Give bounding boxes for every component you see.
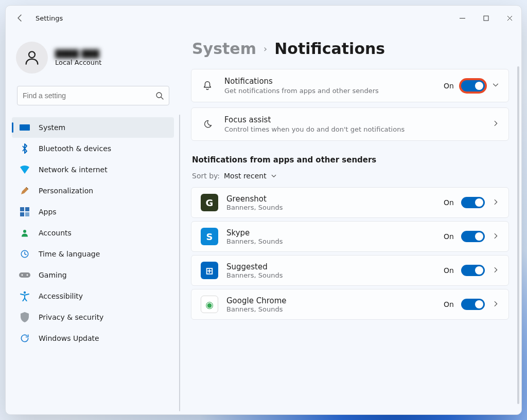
app-row[interactable]: SSkypeBanners, SoundsOn [191,221,509,252]
gaming-icon [19,269,30,281]
app-list: GGreenshotBanners, SoundsOnSSkypeBanners… [191,187,509,320]
person-icon [23,49,41,66]
sidebar-item-label: Personalization [39,187,93,195]
app-row[interactable]: ◉Google ChromeBanners, SoundsOn [191,289,509,320]
main-panel: System › Notifications Notifications Get… [181,30,521,414]
notifications-state: On [444,82,454,90]
sidebar-item-accounts[interactable]: Accounts [12,223,174,243]
sidebar-item-network[interactable]: Network & internet [12,159,174,180]
search-box[interactable] [17,86,169,105]
sort-by-label: Sort by: [192,172,220,180]
svg-rect-3 [20,124,30,131]
minimize-button[interactable] [450,6,474,30]
sidebar-item-time[interactable]: Time & language [12,244,174,264]
app-icon: ◉ [201,296,218,313]
sidebar: ████ ███ Local Account SystemBluetooth &… [6,30,181,414]
sidebar-item-update[interactable]: Windows Update [12,328,174,349]
arrow-left-icon [16,14,24,22]
app-name: Google Chrome [226,296,444,305]
section-title: Notifications from apps and other sender… [192,155,509,165]
scrollbar[interactable] [517,66,519,404]
focus-subtitle: Control times when you do and don't get … [224,125,492,133]
chevron-right-icon[interactable] [492,266,499,276]
sidebar-item-privacy[interactable]: Privacy & security [12,307,174,327]
update-icon [19,333,30,344]
chevron-right-icon[interactable] [492,232,499,242]
sidebar-item-label: Accessibility [39,292,83,300]
app-icon: S [201,228,218,245]
app-toggle[interactable] [461,299,485,310]
breadcrumb-parent[interactable]: System [192,40,256,58]
profile-account-type: Local Account [55,59,101,66]
system-icon [19,122,30,133]
app-row[interactable]: ⊞SuggestedBanners, SoundsOn [191,255,509,286]
app-sub: Banners, Sounds [226,271,444,279]
time-icon [19,248,30,260]
sidebar-item-accessibility[interactable]: Accessibility [12,286,174,306]
sidebar-item-label: Windows Update [39,334,99,342]
app-sub: Banners, Sounds [226,305,444,313]
close-button[interactable] [498,6,521,30]
svg-rect-0 [484,16,488,21]
app-state: On [444,300,454,308]
moon-icon [201,118,214,131]
maximize-button[interactable] [474,6,498,30]
svg-point-13 [24,291,26,294]
minimize-icon [460,15,465,21]
app-row[interactable]: GGreenshotBanners, SoundsOn [191,187,509,218]
settings-window: Settings ████ ███ Local Account [5,5,522,415]
personalization-icon [19,185,30,196]
sort-by[interactable]: Sort by: Most recent [192,172,509,180]
notifications-toggle[interactable] [461,80,485,92]
app-sub: Banners, Sounds [226,238,444,245]
profile-text: ████ ███ Local Account [55,49,101,66]
app-state: On [444,266,454,275]
sidebar-item-apps[interactable]: Apps [12,202,174,222]
sidebar-item-label: Time & language [39,250,100,258]
nav: SystemBluetooth & devicesNetwork & inter… [6,112,181,414]
sidebar-item-bluetooth[interactable]: Bluetooth & devices [12,138,174,159]
chevron-down-icon[interactable] [492,81,499,90]
profile-name: ████ ███ [55,49,101,59]
back-button[interactable] [15,13,25,23]
svg-rect-5 [25,207,29,211]
network-icon [19,164,30,175]
sidebar-item-label: System [39,123,65,132]
content-area: ████ ███ Local Account SystemBluetooth &… [6,30,521,414]
sidebar-item-label: Gaming [39,271,67,279]
accounts-icon [19,227,30,239]
profile-block[interactable]: ████ ███ Local Account [6,34,181,84]
app-name: Suggested [226,262,444,271]
svg-point-8 [23,230,26,233]
app-toggle[interactable] [461,231,485,242]
focus-assist-card[interactable]: Focus assist Control times when you do a… [191,107,509,141]
app-sub: Banners, Sounds [226,204,444,211]
svg-point-12 [27,275,28,276]
notifications-card[interactable]: Notifications Get notifications from app… [191,69,509,102]
chevron-right-icon[interactable] [492,119,499,129]
bell-icon [201,79,214,93]
app-icon: ⊞ [201,262,218,279]
svg-rect-10 [19,272,30,278]
sort-by-value: Most recent [224,172,267,180]
svg-point-1 [29,51,35,58]
app-toggle[interactable] [461,197,485,208]
avatar [16,42,48,74]
sidebar-item-gaming[interactable]: Gaming [12,265,174,285]
search-wrap [6,84,181,112]
sidebar-item-label: Bluetooth & devices [39,144,111,153]
focus-title: Focus assist [224,115,492,124]
breadcrumb: System › Notifications [192,40,509,58]
sidebar-item-personalization[interactable]: Personalization [12,180,174,201]
page-title: Notifications [274,40,385,58]
chevron-right-icon[interactable] [492,198,499,208]
app-state: On [444,232,454,241]
main-scroll: System › Notifications Notifications Get… [191,36,509,414]
app-name: Greenshot [226,194,444,204]
sidebar-item-system[interactable]: System [12,117,174,138]
accessibility-icon [19,290,30,302]
app-toggle[interactable] [461,265,485,276]
chevron-right-icon[interactable] [492,300,499,309]
window-controls [450,6,521,30]
search-input[interactable] [23,92,155,100]
